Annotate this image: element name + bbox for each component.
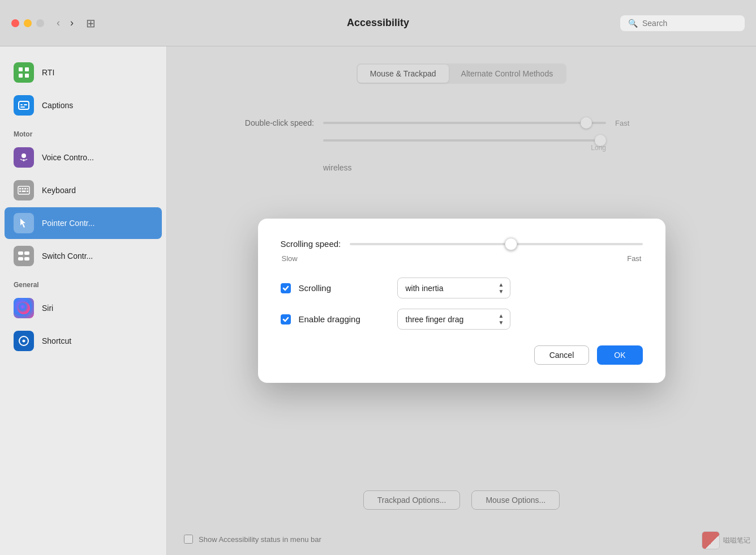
scrolling-speed-row: Scrolling speed: — [281, 239, 643, 249]
scrolling-speed-slider[interactable] — [350, 243, 642, 245]
nav-arrows: ‹ › — [53, 16, 77, 30]
svg-rect-12 — [22, 188, 24, 190]
svg-rect-1 — [25, 67, 29, 71]
sidebar-item-shortcut[interactable]: Shortcut — [5, 325, 162, 357]
maximize-button[interactable] — [36, 19, 44, 27]
svg-rect-0 — [19, 67, 23, 71]
sidebar-item-siri[interactable]: Siri — [5, 292, 162, 324]
modal-overlay: Scrolling speed: Slow Fast — [167, 46, 756, 555]
switch-control-label: Switch Contr... — [42, 251, 93, 261]
svg-rect-4 — [19, 101, 29, 109]
pointer-control-icon — [14, 213, 34, 233]
minimize-button[interactable] — [24, 19, 32, 27]
svg-rect-7 — [20, 106, 25, 108]
svg-rect-5 — [20, 104, 23, 105]
window-controls — [11, 19, 44, 27]
pointer-control-label: Pointer Contr... — [42, 219, 94, 228]
cancel-button[interactable]: Cancel — [534, 345, 590, 365]
svg-rect-16 — [22, 191, 26, 193]
general-section-header: General — [0, 273, 166, 291]
scrolling-select[interactable]: with inertia ▲ ▼ — [397, 278, 510, 298]
close-button[interactable] — [11, 19, 19, 27]
svg-rect-21 — [24, 257, 29, 261]
svg-rect-10 — [18, 186, 29, 194]
sidebar-item-pointer-control[interactable]: Pointer Contr... — [5, 207, 162, 239]
svg-rect-20 — [18, 257, 23, 261]
enable-dragging-label: Enable dragging — [299, 314, 389, 324]
switch-control-icon — [14, 246, 34, 266]
forward-arrow[interactable]: › — [67, 16, 77, 30]
sidebar-item-switch-control[interactable]: Switch Contr... — [5, 240, 162, 272]
stepper-icon: ▲ ▼ — [499, 281, 504, 294]
dragging-checkmark-icon — [282, 316, 289, 323]
slow-speed-label: Slow — [282, 254, 298, 263]
sidebar-item-voice-control[interactable]: Voice Contro... — [5, 142, 162, 173]
svg-rect-15 — [19, 191, 21, 193]
scrolling-option: with inertia — [406, 284, 494, 293]
scrolling-label: Scrolling — [299, 283, 389, 293]
svg-rect-17 — [27, 191, 28, 193]
enable-dragging-check-row: Enable dragging three finger drag ▲ ▼ — [281, 309, 643, 330]
dragging-select[interactable]: three finger drag ▲ ▼ — [397, 309, 510, 330]
voice-control-label: Voice Contro... — [42, 153, 94, 162]
rti-icon — [14, 62, 34, 83]
right-panel: Mouse & Trackpad Alternate Control Metho… — [167, 46, 756, 555]
sidebar-item-rti[interactable]: RTI — [5, 57, 162, 88]
checkmark-icon — [282, 285, 289, 292]
svg-rect-11 — [19, 188, 21, 190]
scrolling-speed-label: Scrolling speed: — [281, 239, 341, 249]
svg-rect-14 — [27, 188, 28, 190]
svg-rect-3 — [25, 74, 29, 78]
siri-label: Siri — [42, 304, 53, 313]
siri-icon — [14, 298, 34, 318]
svg-rect-18 — [18, 251, 23, 255]
ok-button[interactable]: OK — [597, 345, 642, 365]
modal-dialog: Scrolling speed: Slow Fast — [258, 219, 665, 383]
title-bar: ‹ › ⊞ Accessibility 🔍 — [0, 0, 756, 46]
scrolling-speed-thumb[interactable] — [505, 238, 517, 250]
dragging-option: three finger drag — [406, 315, 494, 324]
sidebar-item-keyboard[interactable]: Keyboard — [5, 174, 162, 206]
svg-point-8 — [22, 153, 26, 158]
window-title: Accessibility — [347, 17, 409, 29]
rti-label: RTI — [42, 68, 54, 77]
keyboard-icon — [14, 180, 34, 200]
shortcut-icon — [14, 331, 34, 351]
scrolling-check-row: Scrolling with inertia ▲ ▼ — [281, 278, 643, 298]
svg-rect-6 — [24, 104, 27, 105]
speed-labels: Slow Fast — [281, 254, 643, 263]
shortcut-label: Shortcut — [42, 336, 71, 345]
search-icon: 🔍 — [628, 19, 638, 28]
sidebar: RTI Captions Motor — [0, 46, 167, 555]
enable-dragging-checkbox[interactable] — [281, 314, 291, 325]
keyboard-label: Keyboard — [42, 186, 76, 195]
voice-control-icon — [14, 147, 34, 168]
grid-icon[interactable]: ⊞ — [86, 16, 96, 30]
back-arrow[interactable]: ‹ — [53, 16, 63, 30]
motor-section-header: Motor — [0, 122, 166, 140]
svg-rect-2 — [19, 74, 23, 78]
search-box[interactable]: 🔍 — [620, 15, 745, 31]
sidebar-item-captions[interactable]: Captions — [5, 89, 162, 121]
svg-point-22 — [18, 302, 30, 314]
fast-speed-label: Fast — [627, 254, 641, 263]
svg-rect-13 — [24, 188, 26, 190]
search-input[interactable] — [642, 19, 737, 28]
captions-icon — [14, 95, 34, 116]
modal-buttons: Cancel OK — [281, 345, 643, 365]
scrolling-checkbox[interactable] — [281, 283, 291, 293]
dragging-stepper-icon: ▲ ▼ — [499, 313, 504, 326]
main-content: RTI Captions Motor — [0, 46, 756, 555]
svg-rect-19 — [24, 251, 29, 255]
captions-label: Captions — [42, 101, 73, 110]
